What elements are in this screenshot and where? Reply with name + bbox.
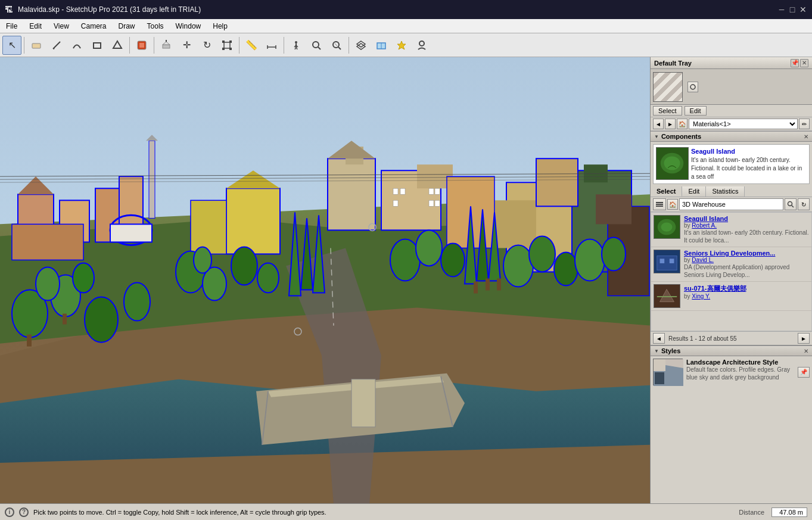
paint-tool[interactable]: [132, 36, 151, 55]
components-results-list[interactable]: Seagull Island by Robert A. It's an isla…: [651, 212, 812, 331]
status-hint-icon[interactable]: ?: [19, 507, 29, 517]
svg-rect-56: [328, 158, 375, 230]
scale-tool[interactable]: [217, 36, 237, 55]
components-statistics-tab[interactable]: Statistics: [706, 186, 745, 197]
rectangle-tool[interactable]: [88, 36, 107, 55]
layers-tool[interactable]: [351, 36, 371, 55]
result-title-seagull[interactable]: Seagull Island: [684, 215, 809, 222]
svg-point-82: [231, 247, 257, 285]
select-tool[interactable]: ↖: [2, 36, 21, 55]
menu-draw[interactable]: Draw: [113, 21, 141, 32]
walk-tool[interactable]: [287, 36, 306, 55]
tray-controls: 📌 ✕: [791, 59, 808, 67]
section-tool[interactable]: [372, 36, 391, 55]
style-pin-button[interactable]: 📌: [798, 367, 810, 378]
tray-close-button[interactable]: ✕: [800, 59, 808, 67]
result-item-su071[interactable]: su-071-高爾夫俱樂部 by Xing Y.: [651, 282, 811, 311]
result-author-line-seagull: by Robert A.: [684, 222, 809, 229]
toolbar-sep-3: [154, 37, 154, 54]
material-swatch[interactable]: [653, 72, 683, 102]
material-eyedropper[interactable]: [687, 82, 698, 92]
menu-edit[interactable]: Edit: [23, 21, 48, 32]
result-info-seniors: Seniors Living Developmen... by David L.…: [684, 250, 809, 279]
minimize-button[interactable]: ─: [777, 5, 786, 14]
menu-view[interactable]: View: [48, 21, 75, 32]
menu-tools[interactable]: Tools: [141, 21, 170, 32]
style-thumbnail: [653, 359, 683, 385]
tape-tool[interactable]: 📏: [242, 36, 261, 55]
component-text: Seagull Island It's an island town- earl…: [691, 147, 807, 181]
svg-point-83: [257, 263, 279, 292]
components-search-input[interactable]: [679, 198, 783, 210]
zoom-window-tool[interactable]: [327, 36, 346, 55]
zoom-tool[interactable]: [307, 36, 326, 55]
result-author-seagull[interactable]: Robert A.: [692, 222, 717, 229]
results-next-button[interactable]: ►: [798, 333, 810, 344]
menu-file[interactable]: File: [0, 21, 23, 32]
dimension-tool[interactable]: [262, 36, 281, 55]
svg-rect-11: [222, 41, 225, 43]
arc-tool[interactable]: [67, 36, 86, 55]
result-author-seniors[interactable]: David L.: [692, 257, 714, 263]
materials-edit-button[interactable]: Edit: [685, 106, 707, 116]
toolbar-sep-1: [24, 37, 24, 54]
menu-window[interactable]: Window: [170, 21, 207, 32]
svg-rect-120: [656, 204, 663, 205]
result-item-seniors[interactable]: Seniors Living Developmen... by David L.…: [651, 247, 811, 282]
svg-point-97: [575, 239, 605, 281]
materials-select-button[interactable]: Select: [653, 106, 682, 116]
viewport[interactable]: [0, 57, 650, 503]
components-section-header[interactable]: ▼ Components ✕: [651, 131, 812, 142]
tray-pin-button[interactable]: 📌: [791, 59, 799, 67]
components-select-tab[interactable]: Select: [651, 186, 682, 197]
move-tool[interactable]: ✛: [177, 36, 196, 55]
styles-section-header[interactable]: ▼ Styles ✕: [651, 345, 812, 356]
svg-point-77: [73, 263, 94, 292]
result-author-su071[interactable]: Xing Y.: [692, 293, 710, 300]
shape-tool[interactable]: [108, 36, 127, 55]
maximize-button[interactable]: □: [788, 5, 797, 14]
close-button[interactable]: ✕: [799, 5, 807, 14]
styles-section-close[interactable]: ✕: [804, 348, 808, 354]
search-refresh-button[interactable]: ↻: [798, 198, 810, 210]
materials-home-button[interactable]: 🏠: [677, 119, 687, 129]
shadow-tool[interactable]: [392, 36, 411, 55]
svg-point-118: [664, 156, 680, 170]
distance-value[interactable]: 47.08 m: [771, 507, 807, 517]
materials-dropdown[interactable]: Materials<1>: [689, 119, 798, 129]
result-title-su071[interactable]: su-071-高爾夫俱樂部: [684, 284, 809, 293]
svg-marker-136: [654, 359, 665, 371]
search-type-button[interactable]: [653, 198, 666, 210]
component-thumbnail: [656, 147, 689, 180]
toolbar-sep-4: [239, 37, 239, 54]
pushrpull-tool[interactable]: [157, 36, 176, 55]
svg-point-76: [36, 267, 60, 300]
svg-point-126: [661, 223, 672, 232]
materials-back-button[interactable]: ◄: [653, 119, 664, 129]
search-button[interactable]: [785, 198, 797, 210]
search-home-button[interactable]: 🏠: [667, 199, 678, 210]
svg-rect-103: [393, 188, 398, 194]
status-info-icon[interactable]: i: [5, 507, 14, 517]
eraser-tool[interactable]: [27, 36, 46, 55]
materials-forward-button[interactable]: ►: [665, 119, 676, 129]
style-info: Landscape Architecture Style Default fac…: [686, 359, 794, 385]
result-item-seagull-island[interactable]: Seagull Island by Robert A. It's an isla…: [651, 213, 811, 247]
svg-rect-129: [660, 259, 665, 264]
profile-tool[interactable]: [412, 36, 431, 55]
menu-camera[interactable]: Camera: [75, 21, 113, 32]
rotate-tool[interactable]: ↻: [197, 36, 216, 55]
window-controls[interactable]: ─ □ ✕: [777, 5, 807, 14]
results-prev-button[interactable]: ◄: [653, 333, 665, 344]
result-thumb-su071: [654, 284, 680, 308]
components-edit-tab[interactable]: Edit: [682, 186, 706, 197]
components-section-close[interactable]: ✕: [804, 133, 808, 140]
materials-pencil-button[interactable]: ✏: [799, 119, 810, 129]
svg-point-18: [295, 41, 297, 43]
svg-rect-121: [656, 205, 663, 207]
menu-help[interactable]: Help: [207, 21, 234, 32]
result-title-seniors[interactable]: Seniors Living Developmen...: [684, 250, 809, 257]
svg-rect-99: [474, 282, 478, 294]
pencil-tool[interactable]: [47, 36, 66, 55]
statusbar: i ? Pick two points to move. Ctrl = togg…: [0, 503, 812, 520]
